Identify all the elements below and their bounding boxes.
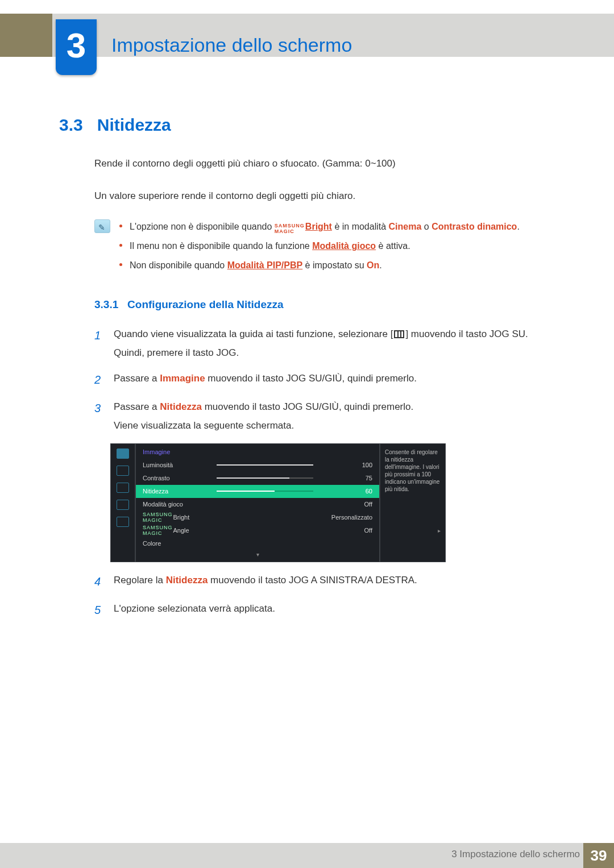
subsection-title: Configurazione della Nitidezza (127, 298, 283, 310)
osd-tab-move-icon (117, 466, 129, 476)
chapter-title: Impostazione dello schermo (111, 34, 352, 56)
step-3: 3 Passare a Nitidezza muovendo il tasto … (94, 399, 565, 433)
osd-tab-picture-icon (117, 448, 129, 459)
osd-row: Nitidezza60 (136, 485, 379, 498)
osd-row: SAMSUNGMAGICAngleOff (136, 524, 379, 537)
osd-arrow-right-icon: ▸ (385, 527, 441, 534)
section-number: 3.3 (59, 111, 94, 139)
step-2: 2 Passare a Immagine muovendo il tasto J… (94, 371, 565, 389)
osd-row: Contrasto75 (136, 472, 379, 485)
step-5: 5 L'opzione selezionata verrà applicata. (94, 601, 565, 619)
chapter-number-badge: 3 (56, 19, 97, 75)
subsection-number: 3.3.1 (94, 298, 118, 310)
info-callout: L'opzione non è disponibile quando SAMSU… (94, 219, 565, 277)
info-bullet-3: Non disponibile quando Modalità PIP/PBP … (119, 258, 520, 273)
info-bullet-2: Il menu non è disponibile quando la funz… (119, 239, 520, 254)
footer-chapter-label: 3 Impostazione dello schermo (451, 849, 580, 860)
osd-row: SAMSUNGMAGICBrightPersonalizzato (136, 511, 379, 524)
menu-icon (394, 330, 404, 338)
osd-tab-info-icon (117, 517, 129, 527)
section-paragraph-2: Un valore superiore rende il contorno de… (94, 188, 565, 203)
osd-tab-list-icon (117, 483, 129, 493)
note-icon (94, 219, 110, 233)
osd-side-help: Consente di regolare la nitidezza dell'i… (379, 444, 445, 562)
osd-scroll-down-icon: ▾ (136, 550, 379, 562)
subsection-heading: 3.3.1 Configurazione della Nitidezza (94, 296, 565, 313)
info-bullet-1: L'opzione non è disponibile quando SAMSU… (119, 219, 520, 234)
footer-bar: 3 Impostazione dello schermo 39 (0, 843, 614, 868)
footer-page-number: 39 (583, 843, 614, 868)
section-heading: 3.3 Nitidezza (59, 111, 565, 139)
osd-row: Modalità giocoOff (136, 498, 379, 511)
osd-tab-gear-icon (117, 500, 129, 510)
section-paragraph-1: Rende il contorno degli oggetti più chia… (94, 156, 565, 171)
section-title: Nitidezza (97, 115, 171, 134)
step-1: 1 Quando viene visualizzata la guida ai … (94, 326, 565, 360)
header-bar: 3 Impostazione dello schermo (0, 14, 614, 57)
osd-row: Luminosità100 (136, 459, 379, 472)
osd-row: Colore (136, 537, 379, 550)
osd-menu-heading: Immagine (136, 444, 379, 459)
osd-screenshot: Immagine Luminosità100Contrasto75Nitidez… (110, 443, 446, 562)
step-4: 4 Regolare la Nitidezza muovendo il tast… (94, 572, 565, 591)
